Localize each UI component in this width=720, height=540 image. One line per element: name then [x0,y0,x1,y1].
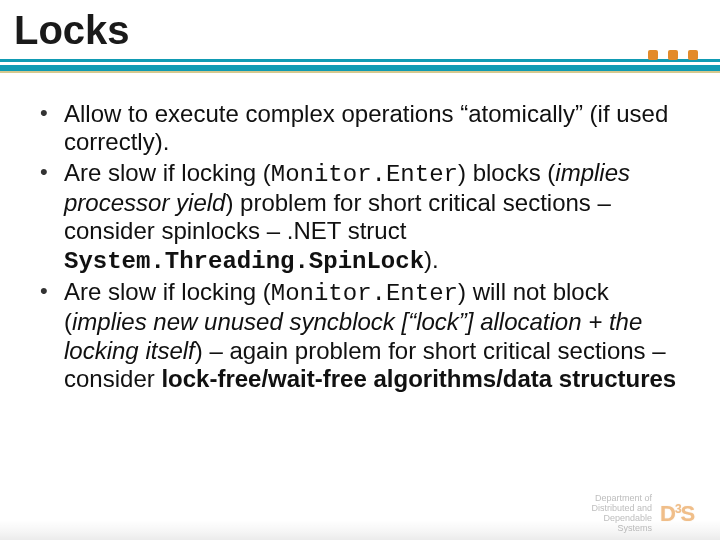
text-segment: ) blocks ( [458,159,555,186]
text-segment: ). [424,246,439,273]
text-segment: Are slow if locking ( [64,278,271,305]
title-divider [0,62,720,72]
slide: Locks Allow to execute complex operation… [0,0,720,540]
decorative-dots [648,50,698,60]
footer-line: Systems [591,524,652,534]
text-segment: Monitor.Enter [271,280,458,307]
bullet-item: Allow to execute complex operations “ato… [36,100,692,157]
slide-title: Locks [14,8,130,53]
content-area: Allow to execute complex operations “ato… [36,100,692,395]
footer-text: Department of Distributed and Dependable… [591,494,652,534]
footer: Department of Distributed and Dependable… [591,494,706,534]
text-segment: Are slow if locking ( [64,159,271,186]
text-segment: System.Threading.SpinLock [64,248,424,275]
bullet-list: Allow to execute complex operations “ato… [36,100,692,393]
dot-icon [648,50,658,60]
dot-icon [668,50,678,60]
bullet-item: Are slow if locking (Monitor.Enter) will… [36,278,692,393]
bullet-item: Are slow if locking (Monitor.Enter) bloc… [36,159,692,276]
logo-text: D3S [660,501,694,527]
text-segment: Allow to execute complex operations “ato… [64,100,668,155]
text-segment: lock-free/wait-free algorithms/data stru… [161,365,676,392]
d3s-logo: D3S [660,499,706,529]
dot-icon [688,50,698,60]
text-segment: Monitor.Enter [271,161,458,188]
